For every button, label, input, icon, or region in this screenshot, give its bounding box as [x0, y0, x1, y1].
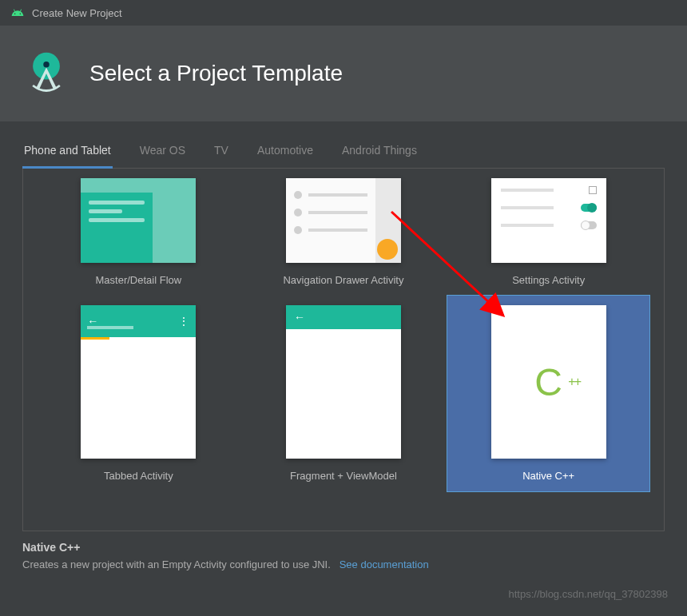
template-info-panel: Native C++ Creates a new project with an… [0, 531, 687, 580]
template-native-cpp[interactable]: C++ Native C++ [447, 296, 649, 491]
watermark: https://blog.csdn.net/qq_37802398 [509, 588, 669, 600]
tab-android-things[interactable]: Android Things [340, 144, 419, 168]
template-preview [491, 178, 606, 263]
template-preview [81, 178, 196, 263]
android-studio-icon [22, 50, 70, 97]
template-label: Navigation Drawer Activity [283, 274, 403, 286]
template-fragment-viewmodel[interactable]: ← Fragment + ViewModel [243, 296, 445, 491]
templates-area: Master/Detail Flow Navigation Drawer Act… [22, 169, 665, 531]
tab-automotive[interactable]: Automotive [256, 144, 315, 168]
template-label: Tabbed Activity [104, 470, 173, 482]
tab-phone-tablet[interactable]: Phone and Tablet [22, 144, 113, 168]
page-title: Select a Project Template [89, 61, 343, 86]
cpp-icon: C++ [534, 360, 562, 404]
template-tabbed[interactable]: ← ⋮ Tabbed Activity [38, 296, 240, 491]
template-label: Settings Activity [512, 274, 585, 286]
title-bar: Create New Project [0, 0, 687, 26]
selected-template-description: Creates a new project with an Empty Acti… [22, 558, 665, 570]
header-section: Select a Project Template [0, 26, 687, 121]
template-label: Fragment + ViewModel [290, 470, 397, 482]
template-preview [286, 178, 401, 263]
documentation-link[interactable]: See documentation [340, 558, 429, 570]
template-label: Native C++ [522, 470, 574, 482]
template-preview: C++ [491, 305, 606, 459]
tabs-bar: Phone and Tablet Wear OS TV Automotive A… [22, 144, 665, 169]
template-preview: ← [286, 305, 401, 459]
tab-tv[interactable]: TV [212, 144, 230, 168]
template-navigation-drawer[interactable]: Navigation Drawer Activity [243, 169, 445, 296]
template-master-detail[interactable]: Master/Detail Flow [38, 169, 240, 296]
template-label: Master/Detail Flow [96, 274, 182, 286]
svg-point-1 [43, 62, 50, 68]
template-preview: ← ⋮ [81, 305, 196, 459]
android-icon [11, 6, 24, 19]
window-title: Create New Project [32, 7, 122, 19]
selected-template-title: Native C++ [22, 541, 665, 554]
template-settings[interactable]: Settings Activity [447, 169, 649, 296]
tab-wear-os[interactable]: Wear OS [138, 144, 187, 168]
